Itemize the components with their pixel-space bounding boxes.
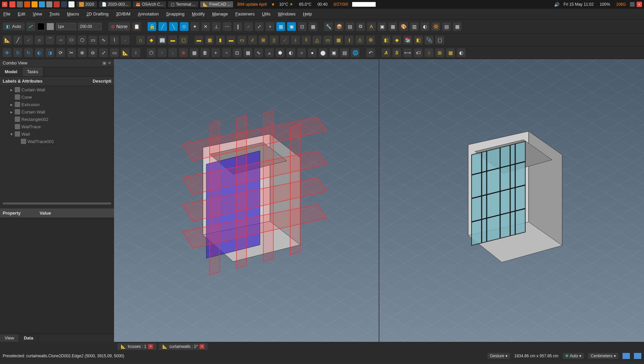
- tree-item[interactable]: ▸Curtain Wall: [0, 86, 114, 93]
- cut-button[interactable]: −: [222, 48, 231, 57]
- ref-button[interactable]: 📎: [425, 36, 433, 44]
- tray-close-icon[interactable]: ×: [637, 2, 642, 7]
- snap-dimensions-button[interactable]: ⊡: [298, 22, 307, 31]
- tool-button[interactable]: ↑: [158, 48, 166, 57]
- launcher-icon[interactable]: [39, 1, 45, 7]
- stairs-button[interactable]: ⦀: [302, 36, 311, 44]
- label-button[interactable]: 🏷: [414, 48, 423, 57]
- auto-dropdown[interactable]: ✥ Auto ▾: [562, 353, 584, 359]
- dropdown-icon[interactable]: ▼: [271, 2, 275, 7]
- line-color-swatch[interactable]: [47, 23, 54, 30]
- tool-button[interactable]: ↶: [366, 48, 375, 57]
- tool-button[interactable]: ●: [308, 48, 317, 57]
- pipe-connector-button[interactable]: ⟊: [291, 36, 300, 44]
- tree-item[interactable]: Cone: [0, 93, 114, 101]
- tool-button[interactable]: 📦: [335, 22, 343, 31]
- menu-file[interactable]: File: [3, 11, 10, 16]
- space-button[interactable]: ▢: [179, 36, 188, 44]
- text-button[interactable]: A: [382, 48, 390, 57]
- wall-button[interactable]: ▬: [195, 36, 203, 44]
- menu-3d-bim[interactable]: 3D/BIM: [116, 11, 130, 16]
- tool-button[interactable]: ▣: [378, 22, 386, 31]
- launcher-icon[interactable]: [46, 1, 52, 7]
- circle-button[interactable]: ○: [35, 36, 44, 44]
- panel-button[interactable]: ▭: [323, 36, 332, 44]
- polygon-button[interactable]: ⬡: [78, 36, 87, 44]
- units-selector[interactable]: Centimeters ▾: [588, 353, 619, 359]
- taskbar-item[interactable]: 📄2020-003...: [99, 1, 131, 7]
- snap-midpoint-button[interactable]: ╲: [169, 22, 178, 31]
- launcher-icon[interactable]: [9, 1, 15, 7]
- bspline-button[interactable]: ∿: [99, 36, 108, 44]
- nav-style-selector[interactable]: Gesture ▾: [487, 353, 511, 359]
- tool-icon[interactable]: 📋: [132, 22, 141, 31]
- sketch-button[interactable]: 📐: [3, 36, 11, 44]
- tab-data[interactable]: Data: [19, 334, 38, 342]
- menu-windows[interactable]: Windows: [278, 11, 296, 16]
- taskbar-item[interactable]: ▢Terminal:...: [168, 1, 198, 7]
- grid-button[interactable]: ⊞: [435, 48, 444, 57]
- rebar-button[interactable]: ⫽: [248, 36, 257, 44]
- tool-button[interactable]: 🔧: [324, 22, 333, 31]
- stretch-button[interactable]: ▭: [110, 48, 119, 57]
- tool-button[interactable]: ○: [297, 48, 306, 57]
- construction-mode-button[interactable]: [26, 22, 35, 31]
- menu-tools[interactable]: Tools: [49, 11, 59, 16]
- tab-view[interactable]: View: [0, 334, 19, 342]
- snap-near-button[interactable]: ⤢: [255, 22, 264, 31]
- rectangle-button[interactable]: ▭: [89, 36, 97, 44]
- diff-button[interactable]: ◐: [286, 48, 295, 57]
- rotate-button[interactable]: ↻: [24, 48, 33, 57]
- tab-model[interactable]: Model: [0, 67, 22, 76]
- sectionplane-button[interactable]: ▦: [446, 48, 455, 57]
- launcher-icon[interactable]: [32, 1, 38, 7]
- close-icon[interactable]: ×: [2, 2, 7, 7]
- menu-modify[interactable]: Modify: [192, 11, 205, 16]
- tree-item[interactable]: WallTrace001: [0, 138, 114, 145]
- snap-angle-button[interactable]: ✦: [191, 22, 199, 31]
- pipe-button[interactable]: ⟋: [280, 36, 289, 44]
- draft2sketch-button[interactable]: 📐: [121, 48, 129, 57]
- tool-button[interactable]: ▤: [340, 48, 349, 57]
- trim-button[interactable]: ✂: [67, 48, 76, 57]
- close-icon[interactable]: ×: [148, 344, 153, 349]
- shape-button[interactable]: ◆: [392, 36, 401, 44]
- tool-button[interactable]: 🔆: [431, 22, 440, 31]
- array-button[interactable]: ▦: [244, 48, 252, 57]
- snap-perpendicular-button[interactable]: ⊥: [212, 22, 221, 31]
- tool-button[interactable]: ⬤: [319, 48, 327, 57]
- launcher-icon[interactable]: [61, 1, 67, 7]
- snap-grid-button[interactable]: ▦: [276, 22, 285, 31]
- tool-button[interactable]: ▢: [435, 36, 444, 44]
- window-button[interactable]: ⊞: [259, 36, 268, 44]
- truss-button[interactable]: ⩟: [356, 36, 364, 44]
- split-button[interactable]: ⊖: [89, 48, 97, 57]
- tool-button[interactable]: ▥: [410, 22, 419, 31]
- bim-update-label[interactable]: BIM update April: [235, 2, 269, 7]
- menu-2d-drafting[interactable]: 2D Drafting: [87, 11, 109, 16]
- tree-item[interactable]: Rectangle002: [0, 116, 114, 123]
- menu-fasteners[interactable]: Fasteners: [235, 11, 255, 16]
- snap-extension-button[interactable]: ⋯: [223, 22, 231, 31]
- doc-tab[interactable]: 📐curtainwalls : 1*×: [159, 343, 208, 350]
- tool-button[interactable]: ⊕: [179, 48, 188, 57]
- volume-icon[interactable]: 🔊: [554, 2, 559, 7]
- menu-utils[interactable]: Utils: [262, 11, 270, 16]
- tree-item[interactable]: ▸Curtain Wall: [0, 108, 114, 116]
- fuse-button[interactable]: +: [211, 48, 220, 57]
- scrollbar[interactable]: [3, 202, 111, 204]
- snap-parallel-button[interactable]: ∥: [233, 22, 242, 31]
- line-width-spinner[interactable]: 1px: [56, 23, 76, 30]
- status-icon[interactable]: [634, 353, 641, 359]
- menu-edit[interactable]: Edit: [18, 11, 25, 16]
- slab-button[interactable]: ▭: [237, 36, 246, 44]
- tool-button[interactable]: ⬡: [147, 48, 156, 57]
- launcher-icon[interactable]: [68, 1, 74, 7]
- close-icon[interactable]: ✕: [108, 60, 111, 65]
- snap-workingplane-button[interactable]: ▣: [287, 22, 296, 31]
- taskbar-item[interactable]: 📐FreeCAD ...: [200, 1, 233, 7]
- fence-button[interactable]: ⫿: [345, 36, 354, 44]
- point-button[interactable]: ·: [121, 36, 129, 44]
- library-button[interactable]: 📚: [403, 36, 412, 44]
- offset-button[interactable]: ⟳: [56, 48, 65, 57]
